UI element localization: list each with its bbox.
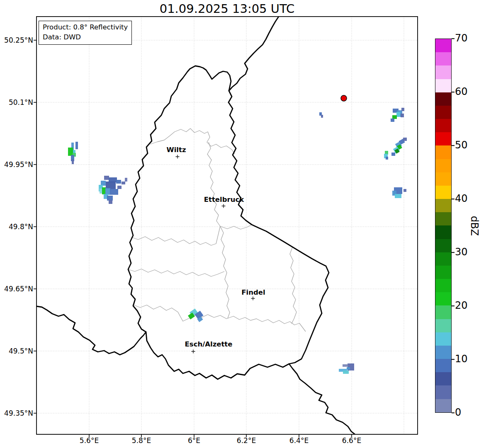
radar-echo-layer (68, 108, 407, 374)
colorbar-tickmark (452, 252, 455, 253)
radar-echo (401, 108, 404, 111)
product-line: Product: 0.8° Reflectivity (43, 22, 128, 32)
colorbar-segment (435, 399, 451, 412)
radar-echo (347, 367, 350, 370)
colorbar-tick-label: 10 (455, 353, 468, 365)
colorbar-segment (435, 346, 451, 359)
radar-echo (72, 159, 74, 164)
belgium-germany-border (229, 17, 279, 91)
colorbar-tickmark (452, 359, 455, 360)
colorbar-segment (435, 266, 451, 279)
colorbar-tick-label: 60 (455, 86, 468, 97)
city-label-findel: Findel (241, 288, 265, 296)
x-tick-label: 6.2°E (228, 436, 265, 445)
radar-echo (75, 142, 78, 149)
radar-echo (321, 115, 323, 118)
x-tick-label: 6.6°E (333, 436, 370, 445)
x-tick-label: 5.8°E (123, 436, 160, 445)
colorbar-segment (435, 52, 451, 65)
city-markers (176, 155, 255, 354)
radar-echo (116, 180, 121, 184)
grid-lines (36, 17, 418, 434)
city-label-wiltz: Wiltz (166, 146, 186, 154)
france-germany-border (289, 364, 355, 434)
colorbar-tick-label: 20 (455, 300, 468, 311)
colorbar-segment (435, 385, 451, 399)
colorbar-segment (435, 252, 451, 266)
colorbar-segment (435, 172, 451, 186)
colorbar-tickmark (452, 199, 455, 199)
data-source-line: Data: DWD (43, 32, 128, 42)
luxembourg-border (128, 66, 329, 379)
radar-echo (396, 112, 400, 117)
colorbar-segment (435, 292, 451, 305)
x-tick-label: 6°E (175, 436, 213, 445)
y-tick-label: 50.1°N (0, 98, 33, 107)
radar-echo (403, 138, 407, 141)
radar-echo (395, 194, 401, 198)
colorbar-tickmark (452, 412, 455, 413)
colorbar-tickmark (452, 92, 455, 92)
colorbar-segment (435, 359, 451, 372)
city-label-esch: Esch/Alzette (185, 340, 233, 348)
axis-ticks (34, 40, 352, 437)
radar-echo (122, 182, 125, 184)
colorbar-segment (435, 119, 451, 132)
radar-echo (106, 182, 116, 189)
colorbar (435, 39, 452, 413)
colorbar-segment (435, 199, 451, 212)
colorbar-segment (435, 225, 451, 239)
radar-echo (110, 189, 118, 195)
x-tick-label: 6.4°E (280, 436, 318, 445)
radar-echo (73, 150, 75, 153)
colorbar-segment (435, 145, 451, 159)
colorbar-segment (435, 65, 451, 79)
colorbar-segment (435, 92, 451, 106)
radar-echo (117, 186, 122, 189)
radar-echo (391, 119, 394, 122)
colorbar-tickmark (452, 305, 455, 306)
colorbar-segment (435, 186, 451, 199)
colorbar-segment (435, 279, 451, 292)
radar-echo (105, 188, 110, 195)
colorbar-segment (435, 319, 451, 332)
colorbar-unit-label: dBZ (469, 216, 480, 236)
y-tick-label: 49.8°N (0, 223, 33, 231)
colorbar-segment (435, 239, 451, 252)
radar-echo (107, 196, 113, 201)
plot-frame (36, 17, 418, 434)
colorbar-segment (435, 159, 451, 172)
colorbar-segment (435, 212, 451, 225)
colorbar-tick-label: 70 (455, 32, 468, 44)
colorbar-segment (435, 79, 451, 92)
colorbar-tickmark (452, 38, 455, 39)
city-marker (251, 297, 255, 300)
city-label-ettelbruck: Ettelbruck (204, 196, 244, 203)
city-marker (176, 155, 180, 159)
y-tick-label: 49.35°N (0, 409, 33, 417)
x-tick-label: 5.6°E (70, 436, 108, 445)
radar-echo (392, 115, 397, 119)
radar-echo (104, 176, 109, 180)
colorbar-segment (435, 132, 451, 145)
radar-echo (102, 187, 106, 194)
y-tick-label: 49.65°N (0, 285, 33, 293)
colorbar-tick-label: 40 (455, 193, 468, 204)
city-marker (222, 204, 226, 208)
colorbar-segment (435, 106, 451, 119)
colorbar-segment (435, 372, 451, 385)
radar-echo (343, 371, 349, 374)
radar-site-dot (341, 95, 347, 101)
colorbar-tick-label: 50 (455, 139, 468, 151)
product-info-box: Product: 0.8° Reflectivity Data: DWD (39, 21, 132, 45)
y-tick-label: 49.5°N (0, 347, 33, 355)
colorbar-segment (435, 39, 451, 52)
city-marker (192, 350, 195, 354)
radar-echo (343, 364, 348, 367)
country-borders (36, 17, 355, 434)
radar-echo (386, 157, 388, 160)
radar-echo (68, 148, 73, 156)
france-belgium-border (36, 306, 146, 355)
radar-echo (391, 153, 395, 156)
colorbar-segment (435, 332, 451, 346)
